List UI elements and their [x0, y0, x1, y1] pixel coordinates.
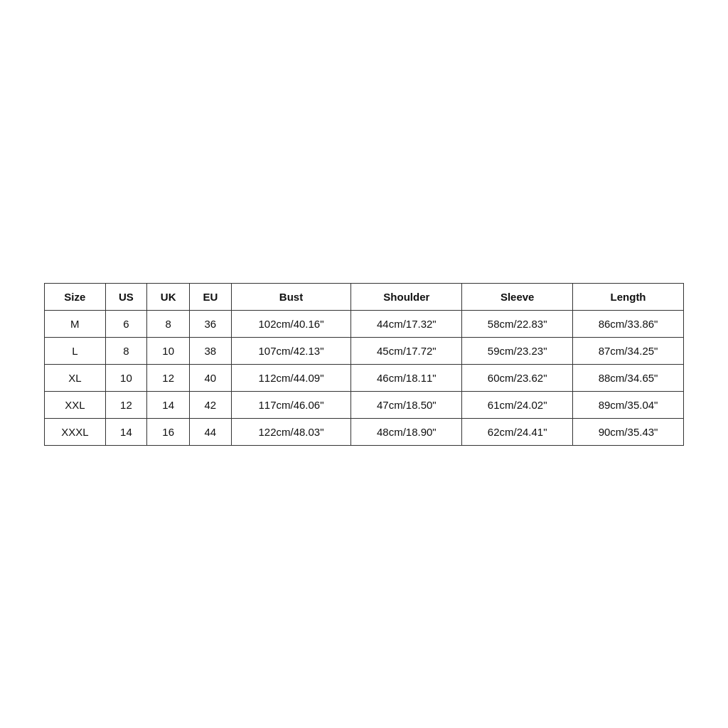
size-chart-table: Size US UK EU Bust Shoulder Sleeve Lengt… — [44, 283, 684, 446]
cell-eu: 36 — [190, 310, 232, 337]
col-header-sleeve: Sleeve — [462, 283, 573, 310]
cell-us: 14 — [105, 418, 147, 445]
cell-us: 10 — [105, 364, 147, 391]
cell-uk: 12 — [147, 364, 190, 391]
cell-shoulder: 44cm/17.32" — [351, 310, 462, 337]
cell-size: L — [45, 337, 106, 364]
col-header-shoulder: Shoulder — [351, 283, 462, 310]
cell-shoulder: 48cm/18.90" — [351, 418, 462, 445]
cell-bust: 107cm/42.13" — [231, 337, 351, 364]
col-header-length: Length — [573, 283, 684, 310]
cell-size: M — [45, 310, 106, 337]
table-row: XXXL141644122cm/48.03"48cm/18.90"62cm/24… — [45, 418, 684, 445]
cell-eu: 40 — [190, 364, 232, 391]
cell-length: 88cm/34.65" — [573, 364, 684, 391]
col-header-bust: Bust — [231, 283, 351, 310]
cell-length: 86cm/33.86" — [573, 310, 684, 337]
cell-bust: 112cm/44.09" — [231, 364, 351, 391]
cell-sleeve: 60cm/23.62" — [462, 364, 573, 391]
cell-uk: 14 — [147, 391, 190, 418]
cell-sleeve: 59cm/23.23" — [462, 337, 573, 364]
table-row: XL101240112cm/44.09"46cm/18.11"60cm/23.6… — [45, 364, 684, 391]
cell-eu: 44 — [190, 418, 232, 445]
cell-size: XL — [45, 364, 106, 391]
table-row: L81038107cm/42.13"45cm/17.72"59cm/23.23"… — [45, 337, 684, 364]
cell-bust: 102cm/40.16" — [231, 310, 351, 337]
cell-shoulder: 47cm/18.50" — [351, 391, 462, 418]
cell-size: XXXL — [45, 418, 106, 445]
cell-uk: 16 — [147, 418, 190, 445]
cell-length: 89cm/35.04" — [573, 391, 684, 418]
cell-sleeve: 58cm/22.83" — [462, 310, 573, 337]
cell-bust: 122cm/48.03" — [231, 418, 351, 445]
cell-size: XXL — [45, 391, 106, 418]
col-header-eu: EU — [190, 283, 232, 310]
cell-uk: 10 — [147, 337, 190, 364]
table-header-row: Size US UK EU Bust Shoulder Sleeve Lengt… — [45, 283, 684, 310]
cell-shoulder: 46cm/18.11" — [351, 364, 462, 391]
cell-length: 87cm/34.25" — [573, 337, 684, 364]
table-row: XXL121442117cm/46.06"47cm/18.50"61cm/24.… — [45, 391, 684, 418]
cell-eu: 38 — [190, 337, 232, 364]
cell-shoulder: 45cm/17.72" — [351, 337, 462, 364]
cell-sleeve: 62cm/24.41" — [462, 418, 573, 445]
cell-sleeve: 61cm/24.02" — [462, 391, 573, 418]
cell-us: 8 — [105, 337, 147, 364]
cell-uk: 8 — [147, 310, 190, 337]
table-row: M6836102cm/40.16"44cm/17.32"58cm/22.83"8… — [45, 310, 684, 337]
cell-bust: 117cm/46.06" — [231, 391, 351, 418]
cell-us: 12 — [105, 391, 147, 418]
col-header-us: US — [105, 283, 147, 310]
col-header-size: Size — [45, 283, 106, 310]
size-chart-container: Size US UK EU Bust Shoulder Sleeve Lengt… — [44, 283, 684, 446]
cell-length: 90cm/35.43" — [573, 418, 684, 445]
col-header-uk: UK — [147, 283, 190, 310]
cell-us: 6 — [105, 310, 147, 337]
cell-eu: 42 — [190, 391, 232, 418]
